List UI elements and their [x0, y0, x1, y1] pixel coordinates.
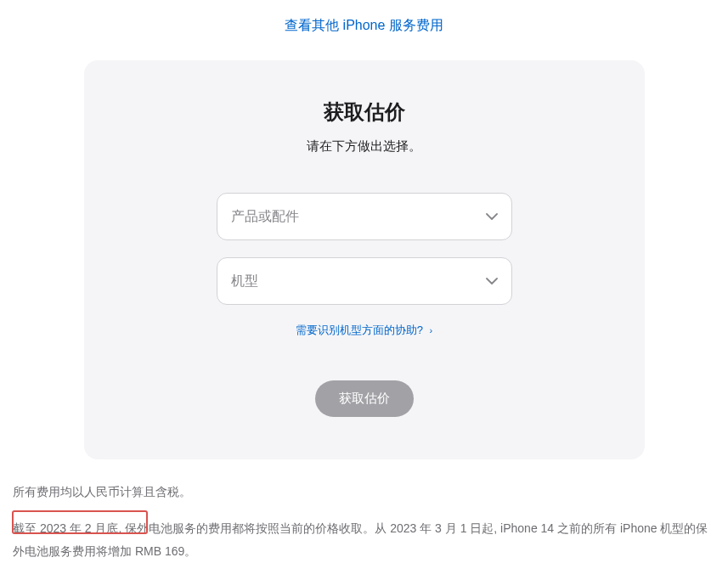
product-select[interactable]: 产品或配件 — [217, 193, 512, 240]
get-estimate-button[interactable]: 获取估价 — [315, 380, 414, 417]
product-select-placeholder: 产品或配件 — [231, 208, 299, 226]
help-link-wrapper: 需要识别机型方面的协助? › — [118, 322, 611, 338]
footer-text: 所有费用均以人民币计算且含税。 截至 2023 年 2 月底, 保外电池服务的费… — [8, 485, 720, 562]
chevron-right-icon: › — [430, 325, 433, 335]
chevron-down-icon — [486, 213, 498, 220]
model-select-placeholder: 机型 — [231, 273, 258, 290]
footer-price-note: 截至 2023 年 2 月底, 保外电池服务的费用都将按照当前的价格收取。从 2… — [13, 517, 715, 562]
top-service-link[interactable]: 查看其他 iPhone 服务费用 — [285, 18, 443, 32]
product-select-wrapper: 产品或配件 — [217, 193, 512, 240]
help-identify-link[interactable]: 需要识别机型方面的协助? › — [296, 324, 433, 336]
model-select-wrapper: 机型 — [217, 257, 512, 305]
footer-tax-note: 所有费用均以人民币计算且含税。 — [13, 485, 715, 500]
help-link-label: 需要识别机型方面的协助? — [296, 324, 423, 336]
card-title: 获取估价 — [118, 99, 611, 126]
chevron-down-icon — [486, 278, 498, 284]
estimate-card: 获取估价 请在下方做出选择。 产品或配件 机型 需要识别机型方面的协助? › — [84, 60, 645, 459]
card-subtitle: 请在下方做出选择。 — [118, 138, 611, 155]
model-select[interactable]: 机型 — [217, 257, 512, 305]
top-service-link-wrapper: 查看其他 iPhone 服务费用 — [8, 0, 720, 60]
